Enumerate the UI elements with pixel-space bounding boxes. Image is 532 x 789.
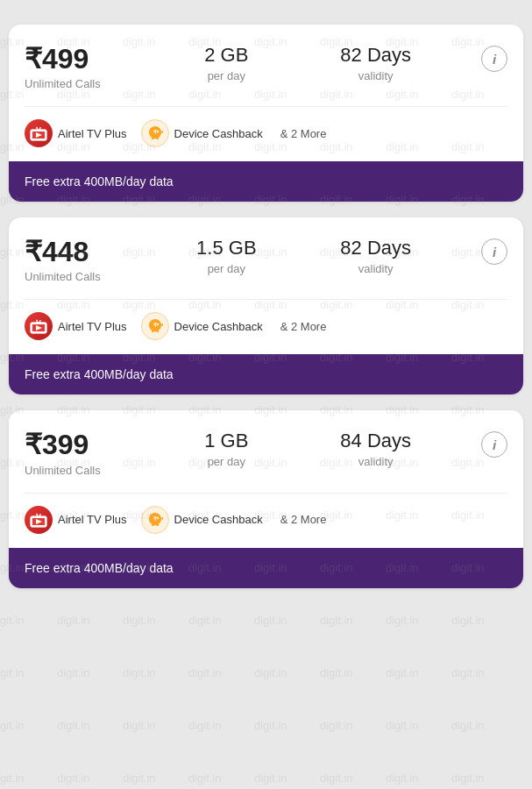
data-value-0: 2 GB (182, 44, 270, 67)
footer-text-0: Free extra 400MB/day data (25, 174, 174, 188)
divider-2 (25, 493, 507, 494)
benefits-row-1: Airtel TV Plus ₹ Device Cashback & 2 Mor… (25, 312, 507, 340)
plan-info-row-2: ₹399 Unlimited Calls 1 GB per day 84 Day… (25, 430, 507, 476)
airtel-tv-icon-1 (25, 312, 53, 340)
validity-value-2: 84 Days (332, 430, 420, 452)
cashback-label-0: Device Cashback (174, 127, 263, 140)
svg-text:₹: ₹ (153, 323, 156, 328)
data-value-1: 1.5 GB (182, 237, 270, 259)
data-value-2: 1 GB (182, 430, 270, 452)
price-sub-0: Unlimited Calls (25, 77, 121, 90)
more-label-0: & 2 More (280, 127, 327, 140)
validity-sub-2: validity (332, 455, 420, 468)
airtel-tv-icon-2 (25, 506, 53, 534)
cashback-icon-2: ₹ (141, 506, 169, 534)
plan-data-2: 1 GB per day (182, 430, 270, 468)
card-body-2: ₹399 Unlimited Calls 1 GB per day 84 Day… (9, 410, 523, 547)
divider-1 (25, 299, 507, 300)
airtel-tv-icon-0 (25, 119, 53, 147)
price-sub-1: Unlimited Calls (25, 270, 121, 283)
plan-card-0: ₹499 Unlimited Calls 2 GB per day 82 Day… (9, 25, 523, 202)
airtel-tv-label-0: Airtel TV Plus (58, 127, 127, 140)
airtel-tv-label-2: Airtel TV Plus (58, 513, 127, 526)
svg-text:₹: ₹ (153, 130, 156, 135)
plan-data-1: 1.5 GB per day (182, 237, 270, 275)
info-icon-1[interactable]: i (481, 238, 507, 265)
price-value-1: ₹448 (25, 237, 121, 267)
cashback-icon-0: ₹ (141, 119, 169, 147)
card-body-0: ₹499 Unlimited Calls 2 GB per day 82 Day… (9, 25, 523, 161)
plan-price-2: ₹399 Unlimited Calls (25, 430, 121, 476)
airtel-tv-label-1: Airtel TV Plus (58, 320, 127, 333)
plan-price-1: ₹448 Unlimited Calls (25, 237, 121, 283)
footer-text-1: Free extra 400MB/day data (25, 367, 174, 381)
svg-point-22 (156, 516, 158, 518)
cashback-icon-1: ₹ (141, 312, 169, 340)
benefits-row-0: Airtel TV Plus ₹ Device Cashback & 2 Mor… (25, 119, 507, 147)
cashback-label-2: Device Cashback (174, 513, 263, 526)
plan-validity-0: 82 Days validity (332, 44, 420, 82)
plan-info-row-1: ₹448 Unlimited Calls 1.5 GB per day 82 D… (25, 237, 507, 283)
svg-point-6 (156, 131, 158, 132)
plan-card-1: ₹448 Unlimited Calls 1.5 GB per day 82 D… (9, 217, 523, 394)
benefit-cashback-2: ₹ Device Cashback (141, 506, 263, 534)
more-label-2: & 2 More (280, 513, 327, 526)
info-icon-0[interactable]: i (481, 46, 507, 72)
info-icon-2[interactable]: i (481, 431, 507, 458)
benefit-tv-1: Airtel TV Plus (25, 312, 127, 340)
benefit-tv-2: Airtel TV Plus (25, 506, 127, 534)
validity-sub-0: validity (332, 69, 420, 82)
validity-value-0: 82 Days (332, 44, 420, 67)
plan-card-2: ₹399 Unlimited Calls 1 GB per day 84 Day… (9, 410, 523, 587)
plan-validity-2: 84 Days validity (332, 430, 420, 468)
plan-data-0: 2 GB per day (182, 44, 270, 82)
price-value-0: ₹499 (25, 44, 121, 75)
validity-value-1: 82 Days (332, 237, 420, 259)
benefit-tv-0: Airtel TV Plus (25, 119, 127, 147)
benefits-row-2: Airtel TV Plus ₹ Device Cashback & 2 Mor… (25, 506, 507, 534)
card-footer-1: Free extra 400MB/day data (9, 354, 523, 394)
data-sub-1: per day (182, 262, 270, 275)
price-sub-2: Unlimited Calls (25, 464, 121, 477)
data-sub-0: per day (182, 69, 270, 82)
benefit-cashback-1: ₹ Device Cashback (141, 312, 263, 340)
footer-text-2: Free extra 400MB/day data (25, 561, 174, 575)
cashback-label-1: Device Cashback (174, 320, 263, 333)
card-footer-2: Free extra 400MB/day data (9, 548, 523, 588)
plan-validity-1: 82 Days validity (332, 237, 420, 275)
svg-point-14 (156, 323, 158, 325)
more-label-1: & 2 More (280, 320, 327, 333)
card-footer-0: Free extra 400MB/day data (9, 161, 523, 202)
svg-text:₹: ₹ (153, 516, 156, 522)
plan-price-0: ₹499 Unlimited Calls (25, 44, 121, 90)
plan-info-row-0: ₹499 Unlimited Calls 2 GB per day 82 Day… (25, 44, 507, 90)
validity-sub-1: validity (332, 262, 420, 275)
divider-0 (25, 106, 507, 107)
card-body-1: ₹448 Unlimited Calls 1.5 GB per day 82 D… (9, 217, 523, 354)
data-sub-2: per day (182, 455, 270, 468)
price-value-2: ₹399 (25, 430, 121, 460)
benefit-cashback-0: ₹ Device Cashback (141, 119, 263, 147)
